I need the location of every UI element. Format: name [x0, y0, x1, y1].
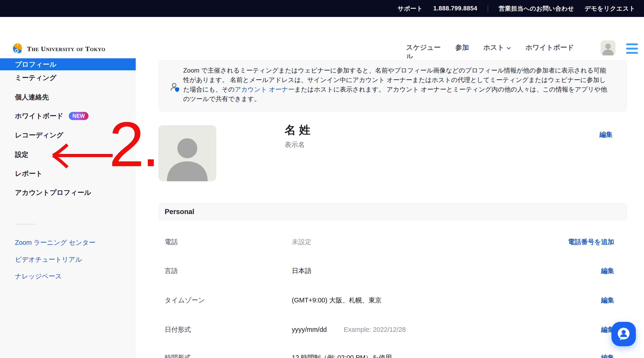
sidebar-item-reports[interactable]: レポート — [0, 169, 136, 179]
support-chat-button[interactable] — [612, 322, 636, 346]
privacy-notice-text: Zoom で主催されるミーティングまたはウェビナーに参加すると、名前やプロフィー… — [183, 66, 611, 104]
primary-nav: スケジュール 参加 ホスト ホワイトボード — [406, 17, 574, 58]
row-value: yyyy/mm/ddExample: 2022/12/28 — [292, 325, 406, 335]
top-utility-bar: サポート 1.888.799.8854 営業担当へのお問い合わせ デモをリクエス… — [0, 0, 644, 17]
support-link[interactable]: サポート — [398, 4, 423, 13]
row-time-format: 時間形式 12 時間制（例: 02:00 PM）を使用 編集 — [158, 353, 627, 358]
request-demo-link[interactable]: デモをリクエスト — [584, 4, 636, 13]
row-label: タイムゾーン — [165, 295, 205, 305]
sidebar-item-contacts[interactable]: 個人連絡先 — [0, 92, 136, 102]
university-of-tokyo-logo[interactable]: The University of Tokyo — [12, 42, 106, 55]
personal-section-header: Personal — [158, 203, 627, 221]
main-content: Zoom で主催されるミーティングまたはウェビナーに参加すると、名前やプロフィー… — [136, 58, 644, 358]
hamburger-menu-icon[interactable] — [626, 43, 638, 54]
support-phone-number: 1.888.799.8854 — [433, 5, 477, 12]
row-phone: 電話 未設定 電話番号を追加 — [158, 237, 627, 247]
sidebar-item-account-profile[interactable]: アカウントプロフィール — [0, 188, 136, 198]
profile-edit-link[interactable]: 編集 — [600, 130, 612, 139]
sidebar: プロフィール ミーティング 個人連絡先 ホワイトボード NEW レコーディング … — [0, 58, 136, 358]
user-privacy-shield-icon — [170, 82, 180, 92]
row-value: (GMT+9:00) 大阪、札幌、東京 — [292, 295, 382, 305]
logo-text: The University of Tokyo — [27, 45, 106, 53]
profile-name: 名 姓 — [284, 122, 310, 138]
row-label: 日付形式 — [165, 325, 191, 335]
sidebar-link-video-tutorials[interactable]: ビデオチュートリアル — [15, 255, 82, 264]
edit-time-format-link[interactable]: 編集 — [601, 353, 614, 358]
add-phone-number-link[interactable]: 電話番号を追加 — [568, 237, 614, 247]
row-label: 時間形式 — [165, 353, 191, 358]
nav-host[interactable]: ホスト — [484, 43, 511, 52]
row-value: 12 時間制（例: 02:00 PM）を使用 — [292, 353, 392, 358]
nav-join[interactable]: 参加 — [455, 43, 469, 52]
new-badge: NEW — [69, 112, 88, 120]
edit-timezone-link[interactable]: 編集 — [601, 295, 614, 305]
row-date-format: 日付形式 yyyy/mm/ddExample: 2022/12/28 編集 — [158, 325, 627, 335]
sidebar-item-whiteboard[interactable]: ホワイトボード NEW — [0, 111, 136, 121]
user-avatar-icon[interactable] — [600, 40, 616, 55]
row-value: 未設定 — [292, 237, 312, 247]
privacy-notice-box: Zoom で主催されるミーティングまたはウェビナーに参加すると、名前やプロフィー… — [158, 60, 627, 112]
sidebar-link-learning-center[interactable]: Zoom ラーニング センター — [15, 238, 96, 248]
chat-person-bubble-icon — [616, 326, 631, 342]
profile-display-name: 表示名 — [284, 140, 305, 149]
site-header: The University of Tokyo スケジュール 参加 ホスト ホワ… — [0, 17, 644, 58]
sidebar-item-profile[interactable]: プロフィール — [0, 58, 136, 70]
sidebar-item-settings[interactable]: 設定 — [0, 150, 136, 160]
row-timezone: タイムゾーン (GMT+9:00) 大阪、札幌、東京 編集 — [158, 295, 627, 305]
row-label: 言語 — [165, 266, 178, 276]
account-owner-link[interactable]: アカウント オーナー — [234, 86, 294, 93]
topbar-divider — [488, 5, 488, 12]
sidebar-divider — [15, 224, 35, 224]
row-label: 電話 — [165, 237, 178, 247]
row-value: 日本語 — [292, 266, 312, 276]
row-language: 言語 日本語 編集 — [158, 266, 627, 276]
sidebar-link-knowledge-base[interactable]: ナレッジベース — [15, 271, 62, 281]
nav-whiteboard[interactable]: ホワイトボード — [526, 43, 574, 52]
contact-sales-link[interactable]: 営業担当へのお問い合わせ — [498, 4, 574, 13]
sidebar-item-recordings[interactable]: レコーディング — [0, 130, 136, 140]
edit-language-link[interactable]: 編集 — [601, 266, 614, 276]
chevron-down-icon — [506, 43, 511, 52]
date-format-example: Example: 2022/12/28 — [344, 326, 406, 333]
profile-avatar-placeholder[interactable] — [158, 125, 216, 181]
sidebar-item-meetings[interactable]: ミーティング — [0, 73, 136, 83]
ginkgo-emblem-icon — [12, 42, 24, 55]
